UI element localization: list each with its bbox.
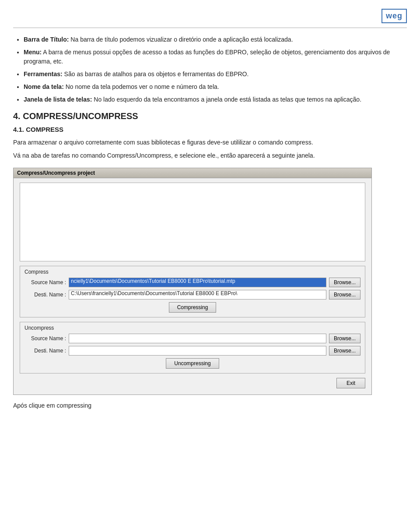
desti-name-label: Desti. Name : [24,292,66,298]
uncompressing-button[interactable]: Uncompressing [166,358,219,369]
uncompress-group: Uncompress Source Name : Browse... Desti… [20,322,365,373]
dialog-titlebar: Compress/Uncompress project [14,168,371,178]
bullet-text-1: Na barra de título podemos vizualizar o … [69,36,293,43]
desti-name-row: Desti. Name : C:\Users\francielly1\Docum… [24,290,360,299]
bullet-label-3: Ferramentas: [24,70,63,78]
u-source-name-row: Source Name : Browse... [24,334,360,343]
body-text-2: Vá na aba de tarefas no comando Compress… [13,151,407,160]
top-divider [13,28,407,28]
uncompress-desti-browse-button[interactable]: Browse... [329,346,360,356]
caption: Após clique em compressing [13,402,407,409]
bullet-text-4: No nome da tela podemos ver o nome e núm… [64,83,219,90]
desti-name-input[interactable]: C:\Users\francielly1\Documents\Documento… [69,290,326,299]
u-desti-name-row: Desti. Name : Browse... [24,346,360,356]
uncompress-source-browse-button[interactable]: Browse... [329,334,360,343]
list-item: Janela de lista de telas: No lado esquer… [24,95,407,104]
bullet-label-4: Nome da tela: [24,83,64,90]
list-item: Nome da tela: No nome da tela podemos ve… [24,82,407,92]
bullet-label-1: Barra de Título: [24,36,69,43]
compress-group: Compress Source Name : ncielly1\Document… [20,266,365,317]
bullet-text-3: São as barras de atalhos para os objetos… [63,70,249,78]
u-source-name-input[interactable] [69,334,326,343]
u-desti-name-label: Desti. Name : [24,348,66,354]
section41-title: 4.1. COMPRESS [13,126,407,133]
list-item: Menu: A barra de menus possui opções de … [24,48,407,66]
source-name-label: Source Name : [24,279,66,285]
dialog-preview-area [20,183,365,261]
dialog-window: Compress/Uncompress project Compress Sou… [13,168,372,395]
bullet-text-5: No lado esquerdo da tela encontramos a j… [92,96,361,103]
compressing-action-row: Compressing [24,302,360,313]
bullet-label-2: Menu: [24,49,42,56]
list-item: Barra de Título: Na barra de título pode… [24,35,407,44]
u-source-name-label: Source Name : [24,335,66,342]
u-desti-name-input[interactable] [69,346,326,356]
section4-title: 4. COMPRESS/UNCOMPRESS [13,111,407,121]
logo-area: weg [13,9,407,23]
compress-source-browse-button[interactable]: Browse... [329,278,360,287]
uncompress-label: Uncompress [24,325,360,331]
body-text-1: Para armazenar o arquivo corretamente co… [13,137,407,147]
compressing-button[interactable]: Compressing [169,302,217,313]
exit-row: Exit [20,378,365,388]
compress-desti-browse-button[interactable]: Browse... [329,290,360,299]
logo: weg [382,9,407,23]
source-name-input[interactable]: ncielly1\Documents\Documentos\Tutorial E… [69,278,326,287]
bullet-list: Barra de Título: Na barra de título pode… [13,35,407,104]
bullet-text-2: A barra de menus possui opções de acesso… [24,49,390,65]
bullet-label-5: Janela de lista de telas: [24,96,92,103]
uncompressing-action-row: Uncompressing [24,358,360,369]
dialog-body: Compress Source Name : ncielly1\Document… [14,178,371,395]
compress-label: Compress [24,269,360,275]
source-name-row: Source Name : ncielly1\Documents\Documen… [24,278,360,287]
list-item: Ferramentas: São as barras de atalhos pa… [24,70,407,79]
exit-button[interactable]: Exit [336,378,365,388]
